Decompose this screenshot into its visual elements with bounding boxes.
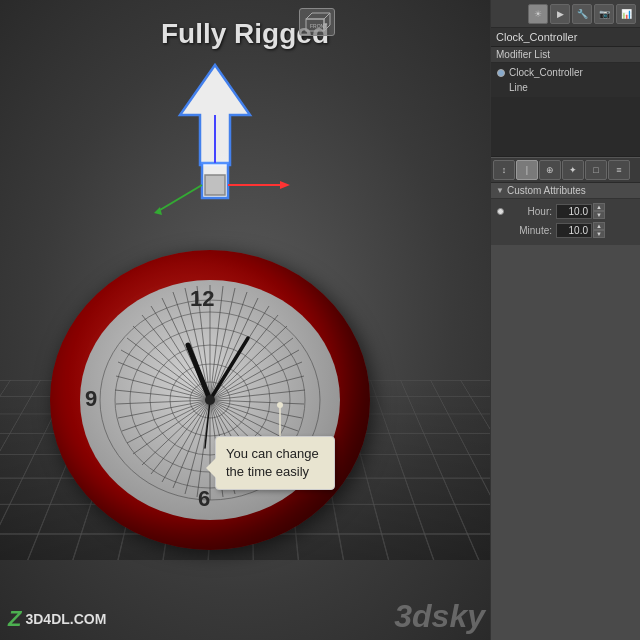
right-panel: ☀ ▶ 🔧 📷 📊 Modifier List Clock_Controller… (490, 0, 640, 640)
minute-label: Minute: (507, 225, 552, 236)
modifier-list: Clock_Controller Line (491, 63, 640, 97)
modifier-item-line[interactable]: Line (493, 80, 638, 95)
pin-icon[interactable]: ↕ (493, 160, 515, 180)
viewport: Fully Rigged FRONT (0, 0, 490, 640)
svg-marker-10 (154, 207, 162, 215)
motion-icon[interactable]: ✦ (562, 160, 584, 180)
attr-row-minute: Minute: ▲ ▼ (497, 222, 634, 238)
attr-row-hour: Hour: ▲ ▼ (497, 203, 634, 219)
svg-line-9 (160, 185, 202, 210)
callout-bubble: You can change the time easily (215, 436, 335, 490)
modifier-item-label-clock: Clock_Controller (509, 67, 583, 78)
modifier-scroll-area[interactable] (491, 97, 640, 157)
svg-point-71 (277, 402, 283, 408)
custom-attrs-body: Hour: ▲ ▼ Minute: ▲ ▼ (491, 199, 640, 245)
modify-icon[interactable]: 🔧 (572, 4, 592, 24)
logo-text: 3D4DL.COM (25, 611, 106, 627)
hour-dot (497, 208, 504, 215)
svg-line-30 (115, 390, 210, 400)
object-name-input[interactable] (491, 28, 640, 47)
modifier-list-header: Modifier List (491, 47, 640, 63)
custom-attrs-header[interactable]: ▼ Custom Attributes (491, 183, 640, 199)
props-toolbar: ↕ | ⊕ ✦ □ ≡ (491, 157, 640, 183)
modifier-item-label-line: Line (509, 82, 528, 93)
play-icon[interactable]: ▶ (550, 4, 570, 24)
minute-input[interactable] (556, 223, 592, 238)
modifier-item-clock[interactable]: Clock_Controller (493, 65, 638, 80)
camera-icon[interactable]: 📷 (594, 4, 614, 24)
main-container: Fully Rigged FRONT (0, 0, 640, 640)
modifier-dot-clock (497, 69, 505, 77)
watermark-3dsky: 3dsky (394, 598, 485, 635)
clock-num-9: 9 (85, 386, 97, 412)
svg-rect-11 (205, 175, 225, 195)
arrow-widget (140, 55, 290, 235)
top-toolbar: ☀ ▶ 🔧 📷 📊 (491, 0, 640, 28)
hour-label: Hour: (507, 206, 552, 217)
svg-line-16 (210, 338, 293, 400)
hour-spin-up[interactable]: ▲ (593, 203, 605, 211)
sun-icon[interactable]: ☀ (528, 4, 548, 24)
callout-text: You can change the time easily (226, 446, 319, 479)
hour-spinner: ▲ ▼ (593, 203, 605, 219)
hour-spin-down[interactable]: ▼ (593, 211, 605, 219)
display-icon[interactable]: □ (585, 160, 607, 180)
hour-input[interactable] (556, 204, 592, 219)
modify-tab-icon[interactable]: | (516, 160, 538, 180)
svg-text:FRONT: FRONT (310, 23, 327, 29)
utilities-icon[interactable]: ≡ (608, 160, 630, 180)
minute-spinner: ▲ ▼ (593, 222, 605, 238)
collapse-icon: ▼ (496, 186, 504, 195)
logo-3d4dl: Z 3D4DL.COM (8, 606, 106, 632)
minute-spin-up[interactable]: ▲ (593, 222, 605, 230)
nav-cube[interactable]: FRONT (299, 8, 335, 36)
svg-point-69 (205, 395, 215, 405)
svg-line-27 (142, 400, 210, 465)
minute-spin-down[interactable]: ▼ (593, 230, 605, 238)
chart-icon[interactable]: 📊 (616, 4, 636, 24)
clock-num-6: 6 (198, 486, 210, 512)
custom-attrs-label: Custom Attributes (507, 185, 586, 196)
svg-marker-7 (280, 181, 290, 189)
logo-z-icon: Z (8, 606, 21, 632)
clock-num-12: 12 (190, 286, 214, 312)
hierarchy-icon[interactable]: ⊕ (539, 160, 561, 180)
